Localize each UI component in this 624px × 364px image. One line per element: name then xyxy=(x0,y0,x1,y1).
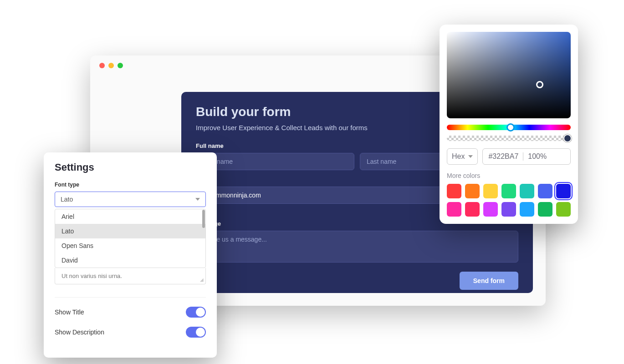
divider xyxy=(523,152,523,161)
gradient-cursor-icon[interactable] xyxy=(536,81,543,88)
color-swatch[interactable] xyxy=(501,202,516,217)
font-type-dropdown: Ariel Lato Open Sans David xyxy=(55,209,206,268)
color-gradient-canvas[interactable] xyxy=(447,32,571,118)
color-swatch[interactable] xyxy=(501,184,516,198)
color-swatch[interactable] xyxy=(520,202,534,217)
font-option-opensans[interactable]: Open Sans xyxy=(55,238,205,253)
alpha-thumb[interactable] xyxy=(563,134,572,142)
more-colors-label: More colors xyxy=(447,172,571,179)
color-format-select[interactable]: Hex xyxy=(447,148,478,165)
color-swatch[interactable] xyxy=(520,184,534,198)
color-swatch[interactable] xyxy=(465,184,480,198)
dropdown-scrollbar[interactable] xyxy=(202,210,205,228)
color-hex-input[interactable]: #322BA7 100% xyxy=(482,148,571,165)
show-description-label: Show Description xyxy=(55,329,104,336)
color-swatch[interactable] xyxy=(483,184,498,198)
color-picker-panel: Hex #322BA7 100% More colors xyxy=(440,25,578,224)
color-swatch[interactable] xyxy=(447,202,461,217)
divider xyxy=(55,297,206,298)
font-option-lato[interactable]: Lato xyxy=(55,224,205,238)
color-swatch[interactable] xyxy=(447,184,461,198)
chevron-down-icon xyxy=(468,155,473,158)
hue-thumb[interactable] xyxy=(506,123,515,131)
message-textarea[interactable] xyxy=(196,231,518,263)
color-swatch[interactable] xyxy=(465,202,480,217)
font-type-selected: Lato xyxy=(61,196,73,203)
description-textarea[interactable]: Ut non varius nisi urna. ◢ xyxy=(55,268,206,284)
color-swatch[interactable] xyxy=(538,202,552,217)
font-type-label: Font type xyxy=(55,182,206,188)
window-close-icon[interactable] xyxy=(99,63,105,68)
alpha-slider[interactable] xyxy=(447,136,571,141)
swatch-grid xyxy=(447,184,571,217)
alpha-value: 100% xyxy=(528,152,547,161)
chevron-down-icon xyxy=(195,198,200,201)
color-format-value: Hex xyxy=(452,152,465,161)
first-name-input[interactable] xyxy=(196,153,354,170)
color-swatch[interactable] xyxy=(556,202,571,217)
font-type-select[interactable]: Lato xyxy=(55,192,206,207)
show-title-toggle[interactable] xyxy=(186,307,206,318)
window-maximize-icon[interactable] xyxy=(118,63,123,68)
font-option-david[interactable]: David xyxy=(55,253,205,268)
color-swatch[interactable] xyxy=(556,184,571,198)
settings-title: Settings xyxy=(55,162,206,173)
show-title-label: Show Title xyxy=(55,308,84,316)
hue-slider[interactable] xyxy=(447,125,571,130)
color-swatch[interactable] xyxy=(483,202,498,217)
resize-handle-icon[interactable]: ◢ xyxy=(200,277,204,282)
color-swatch[interactable] xyxy=(538,184,552,198)
send-form-button[interactable]: Send form xyxy=(460,272,518,290)
hex-value: #322BA7 xyxy=(488,152,518,161)
show-description-toggle[interactable] xyxy=(186,327,206,338)
settings-panel: Settings Font type Lato Ariel Lato Open … xyxy=(44,152,217,358)
font-option-ariel[interactable]: Ariel xyxy=(55,209,205,224)
window-minimize-icon[interactable] xyxy=(108,63,114,68)
